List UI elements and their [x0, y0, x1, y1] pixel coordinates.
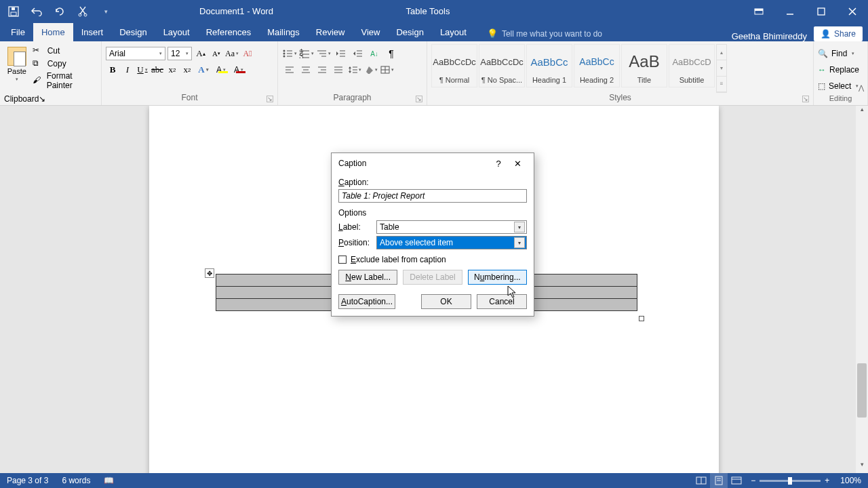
collapse-ribbon-icon[interactable]: ⋀: [859, 84, 864, 92]
change-case-icon[interactable]: Aa▾: [225, 47, 239, 60]
justify-button[interactable]: [331, 63, 346, 77]
tab-insert[interactable]: Insert: [73, 23, 112, 41]
label-combo[interactable]: Table▾: [376, 220, 527, 234]
zoom-control[interactable]: − + 100%: [751, 476, 861, 485]
highlight-color-button[interactable]: A▾: [213, 63, 229, 77]
dialog-launcher-icon[interactable]: ↘: [267, 96, 273, 102]
tab-home[interactable]: Home: [33, 23, 73, 41]
tab-mailings[interactable]: Mailings: [259, 23, 308, 41]
bullets-button[interactable]: ▾: [282, 47, 297, 60]
format-painter-button[interactable]: 🖌Format Painter: [33, 71, 97, 90]
numbering-button[interactable]: 123▾: [299, 47, 314, 60]
cancel-button[interactable]: Cancel: [477, 294, 527, 309]
styles-scroll[interactable]: ▴▾≡: [716, 44, 727, 93]
font-name-combo[interactable]: Arial▾: [106, 47, 165, 60]
dialog-launcher-icon[interactable]: ↘: [802, 96, 809, 102]
word-count[interactable]: 6 words: [62, 476, 90, 485]
redo-icon[interactable]: [53, 5, 66, 18]
ok-button[interactable]: OK: [421, 294, 471, 309]
dialog-launcher-icon[interactable]: ↘: [416, 96, 422, 102]
web-layout-icon[interactable]: [728, 473, 745, 488]
style-subtitle[interactable]: AaBbCcDSubtitle: [669, 44, 715, 87]
help-icon[interactable]: ?: [489, 155, 508, 171]
zoom-level[interactable]: 100%: [840, 476, 861, 485]
style-heading1[interactable]: AaBbCcHeading 1: [526, 44, 572, 87]
show-marks-button[interactable]: ¶: [384, 47, 399, 60]
font-size-combo[interactable]: 12▾: [167, 47, 192, 60]
superscript-button[interactable]: x2: [180, 63, 194, 77]
paste-button[interactable]: Paste ▾: [4, 44, 30, 94]
tell-me-search[interactable]: 💡 Tell me what you want to do: [480, 26, 609, 41]
subscript-button[interactable]: x2: [165, 63, 179, 77]
share-button[interactable]: 👤 Share: [814, 26, 863, 41]
chevron-up-icon[interactable]: ▴: [717, 45, 726, 60]
align-center-button[interactable]: [298, 63, 313, 77]
position-combo[interactable]: Above selected item▾: [376, 236, 527, 249]
bold-button[interactable]: B: [106, 63, 119, 77]
decrease-font-icon[interactable]: A▾: [210, 47, 223, 60]
style-heading2[interactable]: AaBbCcHeading 2: [574, 44, 620, 87]
table-move-handle-icon[interactable]: ✥: [205, 268, 214, 278]
tab-table-design[interactable]: Design: [388, 23, 431, 41]
italic-button[interactable]: I: [121, 63, 134, 77]
vertical-scrollbar[interactable]: ▴ ▾: [856, 106, 868, 473]
align-right-button[interactable]: [315, 63, 330, 77]
cut-icon[interactable]: [76, 5, 90, 18]
read-mode-icon[interactable]: [692, 473, 710, 488]
autocaption-button[interactable]: AutoCaption...: [338, 294, 395, 309]
underline-button[interactable]: U▾: [136, 63, 149, 77]
minimize-icon[interactable]: [774, 0, 806, 22]
copy-button[interactable]: ⧉Copy: [33, 58, 97, 69]
save-icon[interactable]: [7, 5, 20, 18]
tab-layout[interactable]: Layout: [155, 23, 198, 41]
cut-button[interactable]: ✂Cut: [33, 45, 97, 56]
select-button[interactable]: ⬚Select▾: [818, 79, 863, 93]
close-icon[interactable]: ✕: [508, 155, 527, 171]
zoom-out-icon[interactable]: −: [751, 476, 755, 485]
scroll-thumb[interactable]: [857, 363, 867, 418]
scroll-down-icon[interactable]: ▾: [856, 461, 868, 473]
tab-references[interactable]: References: [198, 23, 259, 41]
table-resize-handle-icon[interactable]: [639, 316, 644, 321]
shading-button[interactable]: ▾: [363, 63, 378, 77]
spell-check-icon[interactable]: 📖: [104, 476, 114, 485]
tab-view[interactable]: View: [353, 23, 388, 41]
qat-customize-icon[interactable]: ▾: [99, 5, 113, 18]
zoom-slider[interactable]: [760, 480, 821, 482]
clear-formatting-icon[interactable]: A⃠: [241, 47, 254, 60]
sort-button[interactable]: A↓: [367, 47, 382, 60]
find-button[interactable]: 🔍Find▾: [818, 47, 863, 60]
undo-icon[interactable]: [30, 5, 43, 18]
tab-table-layout[interactable]: Layout: [432, 23, 475, 41]
tab-review[interactable]: Review: [308, 23, 353, 41]
font-color-button[interactable]: A▾: [231, 63, 247, 77]
scroll-up-icon[interactable]: ▴: [856, 106, 868, 118]
signed-in-user[interactable]: Geetha Bhimireddy: [725, 31, 814, 41]
tab-file[interactable]: File: [3, 23, 33, 41]
style-title[interactable]: AaBTitle: [621, 44, 667, 87]
style-no-spacing[interactable]: AaBbCcDc¶ No Spac...: [479, 44, 525, 87]
dialog-titlebar[interactable]: Caption ? ✕: [332, 153, 534, 174]
align-left-button[interactable]: [282, 63, 297, 77]
strikethrough-button[interactable]: abc: [151, 63, 164, 77]
multilevel-list-button[interactable]: ▾: [316, 47, 331, 60]
print-layout-icon[interactable]: [710, 473, 728, 488]
chevron-down-icon[interactable]: ▾: [717, 60, 726, 76]
increase-font-icon[interactable]: A▴: [194, 47, 208, 60]
page-indicator[interactable]: Page 3 of 3: [7, 476, 48, 485]
dialog-launcher-icon[interactable]: ↘: [39, 94, 45, 104]
styles-gallery[interactable]: AaBbCcDc¶ Normal AaBbCcDc¶ No Spac... Aa…: [431, 44, 715, 87]
replace-button[interactable]: ↔Replace: [818, 63, 863, 77]
decrease-indent-button[interactable]: [333, 47, 348, 60]
borders-button[interactable]: ▾: [380, 63, 395, 77]
increase-indent-button[interactable]: [350, 47, 365, 60]
new-label-button[interactable]: New Label...: [338, 270, 397, 285]
maximize-icon[interactable]: [806, 0, 837, 22]
numbering-button[interactable]: Numbering...: [468, 270, 527, 285]
tab-design[interactable]: Design: [111, 23, 155, 41]
close-icon[interactable]: [837, 0, 868, 22]
exclude-label-checkbox[interactable]: Exclude label from caption: [338, 255, 527, 264]
caption-input[interactable]: Table 1: Project Report: [338, 189, 527, 203]
line-spacing-button[interactable]: ▾: [347, 63, 362, 77]
style-normal[interactable]: AaBbCcDc¶ Normal: [431, 44, 477, 87]
